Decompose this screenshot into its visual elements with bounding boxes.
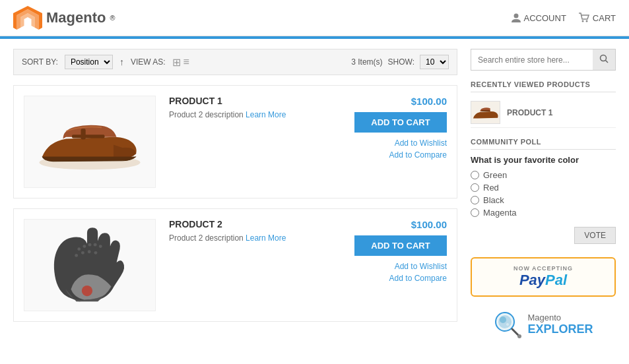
product-1-action-list: Add to Wishlist Add to Compare bbox=[354, 138, 447, 160]
logo[interactable]: Magento® bbox=[13, 6, 115, 30]
magento-explorer-label: Magento bbox=[527, 313, 593, 322]
paypal-logo: PayPal bbox=[481, 272, 605, 289]
poll-radio-black[interactable] bbox=[471, 196, 479, 204]
product-item: PRODUCT 1 Product 2 description Learn Mo… bbox=[13, 85, 457, 198]
account-label: ACCOUNT bbox=[524, 13, 566, 23]
product-1-actions: $100.00 ADD TO CART Add to Wishlist Add … bbox=[354, 96, 447, 162]
magento-explorer: Magento EXPLORER bbox=[471, 310, 616, 339]
product-2-info: PRODUCT 2 Product 2 description Learn Mo… bbox=[169, 219, 341, 248]
sort-direction[interactable]: ↑ bbox=[119, 57, 124, 67]
svg-point-9 bbox=[94, 243, 97, 247]
search-box bbox=[471, 49, 616, 71]
logo-text: Magento bbox=[46, 9, 106, 26]
list-view-icon[interactable] bbox=[183, 56, 189, 69]
svg-point-22 bbox=[506, 323, 509, 326]
cart-link[interactable]: CART bbox=[578, 13, 616, 23]
sidebar: RECENTLY VIEWED PRODUCTS PRODUCT 1 COMMU… bbox=[471, 49, 616, 339]
sort-by-label: SORT BY: bbox=[22, 57, 58, 67]
product-2-desc: Product 2 description Learn More bbox=[169, 233, 341, 243]
product-item: PRODUCT 2 Product 2 description Learn Mo… bbox=[13, 208, 457, 322]
community-poll-title: COMMUNITY POLL bbox=[471, 138, 616, 150]
svg-point-8 bbox=[88, 243, 92, 247]
vote-button[interactable]: VOTE bbox=[574, 227, 616, 244]
product-1-price: $100.00 bbox=[354, 96, 447, 107]
svg-point-11 bbox=[75, 254, 78, 257]
paypal-now-label: NOW ACCEPTING bbox=[481, 265, 605, 272]
cart-icon bbox=[578, 13, 590, 23]
product-2-add-to-cart[interactable]: ADD TO CART bbox=[354, 235, 447, 256]
svg-point-10 bbox=[99, 245, 102, 248]
toolbar-right: 3 Item(s) SHOW: 10 bbox=[351, 55, 449, 69]
grid-view-icon[interactable] bbox=[172, 56, 181, 69]
product-1-learn-more[interactable]: Learn More bbox=[246, 110, 286, 119]
search-icon bbox=[599, 54, 609, 63]
poll-label-red: Red bbox=[483, 183, 499, 193]
product-2-action-list: Add to Wishlist Add to Compare bbox=[354, 261, 447, 283]
top-nav: ACCOUNT CART bbox=[511, 13, 616, 23]
poll-label-black: Black bbox=[483, 195, 504, 205]
recently-viewed-title: RECENTLY VIEWED PRODUCTS bbox=[471, 80, 616, 92]
header: Magento® ACCOUNT CART bbox=[0, 0, 629, 36]
account-icon bbox=[511, 13, 521, 23]
poll-option-black: Black bbox=[471, 195, 616, 205]
explorer-text: Magento EXPLORER bbox=[527, 313, 593, 336]
poll-option-magenta: Magenta bbox=[471, 208, 616, 218]
recently-viewed-section: RECENTLY VIEWED PRODUCTS PRODUCT 1 bbox=[471, 80, 616, 128]
poll-radio-magenta[interactable] bbox=[471, 208, 479, 217]
glove-image-svg bbox=[30, 222, 149, 308]
product-2-image bbox=[24, 219, 156, 311]
product-1-desc: Product 2 description Learn More bbox=[169, 110, 341, 119]
svg-point-2 bbox=[585, 20, 587, 22]
poll-question: What is your favorite color bbox=[471, 155, 616, 165]
svg-line-17 bbox=[606, 61, 609, 63]
svg-point-21 bbox=[500, 317, 506, 323]
svg-point-13 bbox=[88, 250, 91, 253]
poll-option-red: Red bbox=[471, 183, 616, 193]
svg-rect-4 bbox=[72, 135, 105, 138]
logo-reg: ® bbox=[110, 14, 115, 22]
view-icons bbox=[172, 56, 189, 69]
toolbar: SORT BY: Position ↑ VIEW AS: 3 Item(s) S… bbox=[13, 49, 457, 75]
search-input[interactable] bbox=[471, 49, 593, 70]
explorer-icon bbox=[493, 310, 522, 339]
product-2-name: PRODUCT 2 bbox=[169, 219, 341, 229]
product-1-info: PRODUCT 1 Product 2 description Learn Mo… bbox=[169, 96, 341, 125]
svg-point-0 bbox=[513, 14, 518, 18]
product-2-actions: $100.00 ADD TO CART Add to Wishlist Add … bbox=[354, 219, 447, 285]
svg-rect-18 bbox=[481, 110, 490, 111]
view-as-label: VIEW AS: bbox=[131, 57, 166, 67]
account-link[interactable]: ACCOUNT bbox=[511, 13, 566, 23]
sort-select[interactable]: Position bbox=[65, 55, 113, 69]
poll-radio-green[interactable] bbox=[471, 171, 479, 179]
poll-label-green: Green bbox=[483, 170, 507, 180]
item-count: 3 Item(s) bbox=[351, 57, 382, 67]
product-2-learn-more[interactable]: Learn More bbox=[246, 233, 286, 243]
rv-product-name: PRODUCT 1 bbox=[507, 108, 552, 117]
recently-viewed-item: PRODUCT 1 bbox=[471, 98, 616, 128]
svg-point-12 bbox=[81, 251, 84, 255]
search-button[interactable] bbox=[593, 49, 615, 70]
show-select[interactable]: 10 bbox=[420, 55, 449, 69]
svg-point-1 bbox=[581, 20, 583, 22]
svg-rect-5 bbox=[81, 129, 86, 139]
rv-shoe-svg bbox=[471, 103, 500, 123]
poll-label-magenta: Magenta bbox=[483, 208, 517, 218]
svg-point-24 bbox=[517, 334, 521, 338]
cart-label: CART bbox=[593, 13, 616, 23]
main-container: SORT BY: Position ↑ VIEW AS: 3 Item(s) S… bbox=[0, 39, 629, 349]
poll-radio-red[interactable] bbox=[471, 183, 479, 192]
product-1-image bbox=[24, 96, 156, 188]
svg-point-15 bbox=[82, 286, 92, 296]
product-2-wishlist[interactable]: Add to Wishlist bbox=[395, 262, 447, 271]
svg-point-6 bbox=[77, 247, 81, 251]
paypal-pal: Pal bbox=[545, 272, 567, 288]
rv-shoe-image bbox=[471, 101, 500, 124]
product-2-compare[interactable]: Add to Compare bbox=[389, 274, 447, 283]
svg-point-14 bbox=[94, 251, 98, 255]
community-poll-section: COMMUNITY POLL What is your favorite col… bbox=[471, 138, 616, 244]
product-1-wishlist[interactable]: Add to Wishlist bbox=[395, 138, 447, 148]
product-1-add-to-cart[interactable]: ADD TO CART bbox=[354, 112, 447, 133]
content-area: SORT BY: Position ↑ VIEW AS: 3 Item(s) S… bbox=[13, 49, 457, 339]
product-1-compare[interactable]: Add to Compare bbox=[389, 150, 447, 160]
poll-option-green: Green bbox=[471, 170, 616, 180]
